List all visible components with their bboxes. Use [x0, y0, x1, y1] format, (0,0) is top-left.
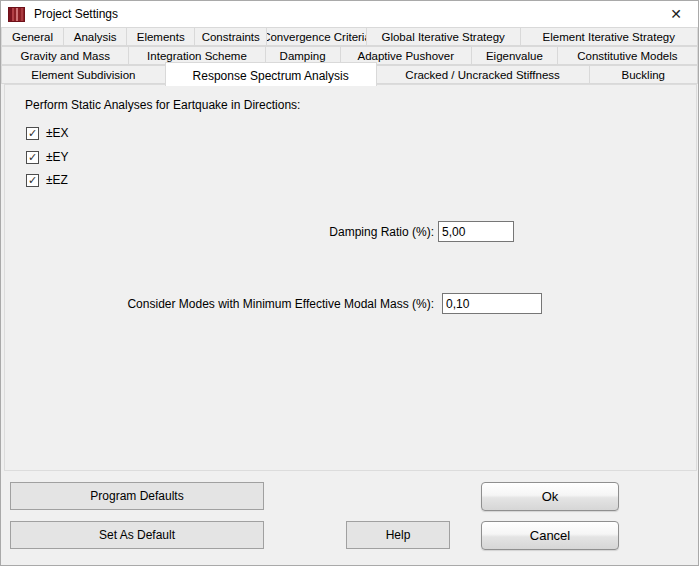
damping-ratio-label: Damping Ratio (%):: [329, 225, 434, 239]
check-icon: ✓: [28, 175, 37, 186]
tab-row-1: General Analysis Elements Constraints Co…: [1, 27, 698, 46]
check-icon: ✓: [28, 152, 37, 163]
tab-cracked-uncracked-stiffness[interactable]: Cracked / Uncracked Stiffness: [376, 65, 590, 84]
close-button[interactable]: ✕: [654, 1, 698, 27]
tab-label: Gravity and Mass: [20, 50, 109, 62]
title-bar: Project Settings ✕: [1, 1, 698, 27]
tab-element-iterative-strategy[interactable]: Element Iterative Strategy: [520, 27, 698, 46]
tab-elements[interactable]: Elements: [126, 27, 195, 46]
check-icon: ✓: [28, 128, 37, 139]
tab-label: Adaptive Pushover: [358, 50, 455, 62]
app-icon: [8, 7, 25, 22]
tab-label: Damping: [280, 50, 326, 62]
tab-label: Response Spectrum Analysis: [193, 69, 349, 83]
tab-constitutive-models[interactable]: Constitutive Models: [557, 46, 698, 65]
tab-label: Constitutive Models: [577, 50, 677, 62]
checkbox-ey[interactable]: ✓: [26, 151, 39, 164]
tab-element-subdivision[interactable]: Element Subdivision: [1, 65, 166, 84]
tab-page: [4, 84, 697, 471]
program-defaults-button[interactable]: Program Defaults: [10, 482, 264, 510]
checkbox-row-ey: ✓ ±EY: [26, 150, 69, 164]
tab-global-iterative-strategy[interactable]: Global Iterative Strategy: [366, 27, 521, 46]
tab-convergence-criteria[interactable]: Convergence Criteria: [266, 27, 367, 46]
damping-ratio-input[interactable]: [438, 221, 514, 242]
tab-buckling[interactable]: Buckling: [589, 65, 698, 84]
tab-eigenvalue[interactable]: Eigenvalue: [471, 46, 558, 65]
ok-button[interactable]: Ok: [481, 482, 619, 511]
tab-analysis[interactable]: Analysis: [63, 27, 127, 46]
button-label: Set As Default: [99, 528, 175, 542]
checkbox-ey-label: ±EY: [46, 150, 69, 164]
set-as-default-button[interactable]: Set As Default: [10, 521, 264, 549]
tab-label: Elements: [137, 31, 185, 43]
tab-label: Element Subdivision: [31, 69, 135, 81]
min-modal-mass-label: Consider Modes with Minimum Effective Mo…: [127, 297, 434, 311]
checkbox-ez-label: ±EZ: [46, 173, 68, 187]
checkbox-ex-label: ±EX: [46, 126, 69, 140]
button-label: Program Defaults: [90, 489, 183, 503]
tab-row-3: Element Subdivision Response Spectrum An…: [1, 65, 698, 84]
directions-heading: Perform Static Analyses for Eartquake in…: [25, 98, 300, 112]
tab-label: Analysis: [74, 31, 117, 43]
tab-general[interactable]: General: [1, 27, 64, 46]
checkbox-row-ez: ✓ ±EZ: [26, 173, 68, 187]
tab-label: Constraints: [202, 31, 260, 43]
tab-label: Cracked / Uncracked Stiffness: [405, 69, 559, 81]
checkbox-ex[interactable]: ✓: [26, 127, 39, 140]
window-title: Project Settings: [34, 7, 118, 21]
tab-label: Integration Scheme: [147, 50, 247, 62]
help-button[interactable]: Help: [346, 521, 450, 549]
checkbox-ez[interactable]: ✓: [26, 174, 39, 187]
tab-strip: General Analysis Elements Constraints Co…: [1, 27, 698, 84]
close-icon: ✕: [670, 6, 682, 22]
tab-label: General: [12, 31, 53, 43]
tab-constraints[interactable]: Constraints: [194, 27, 267, 46]
checkbox-row-ex: ✓ ±EX: [26, 126, 69, 140]
min-modal-mass-input[interactable]: [442, 293, 542, 314]
tab-label: Element Iterative Strategy: [543, 31, 675, 43]
cancel-button[interactable]: Cancel: [481, 521, 619, 550]
tab-response-spectrum-analysis[interactable]: Response Spectrum Analysis: [165, 62, 377, 86]
button-label: Cancel: [530, 528, 570, 543]
tab-label: Eigenvalue: [486, 50, 543, 62]
button-label: Help: [386, 528, 411, 542]
tab-label: Global Iterative Strategy: [381, 31, 504, 43]
tab-label: Buckling: [622, 69, 665, 81]
project-settings-dialog: Project Settings ✕ General Analysis Elem…: [0, 0, 699, 566]
tab-gravity-and-mass[interactable]: Gravity and Mass: [1, 46, 129, 65]
tab-label: Convergence Criteria: [266, 31, 367, 43]
button-label: Ok: [542, 489, 559, 504]
